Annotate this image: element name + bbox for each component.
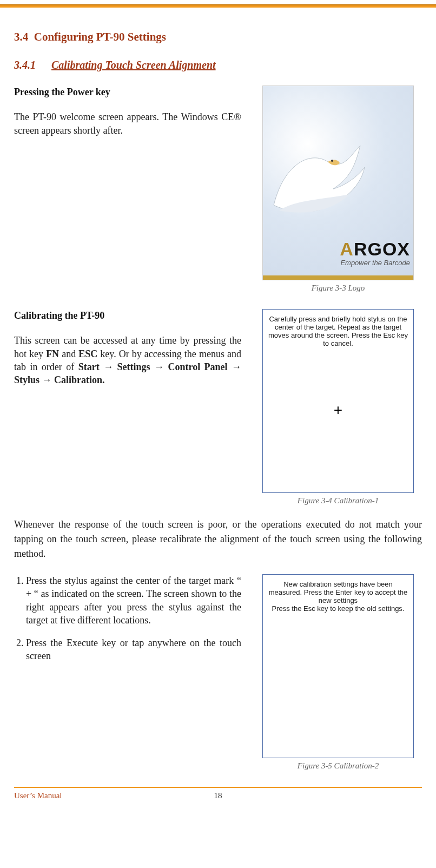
recalibrate-paragraph: Whenever the response of the touch scree… bbox=[14, 517, 422, 561]
arrow-icon: → bbox=[232, 361, 241, 372]
calibration-1-text: Carefully press and briefly hold stylus … bbox=[266, 314, 410, 348]
subsection-title: Calibrating Touch Screen Alignment bbox=[51, 59, 216, 71]
crosshair-icon: + bbox=[334, 402, 342, 419]
power-key-text: The PT-90 welcome screen appears. The Wi… bbox=[14, 110, 241, 137]
subsection-number: 3.4.1 bbox=[14, 59, 49, 71]
figure-calibration-1-caption: Figure 3-4 Calibration-1 bbox=[298, 496, 379, 505]
logo-bottom-bar bbox=[263, 275, 413, 280]
svg-point-0 bbox=[331, 160, 333, 162]
calibrating-heading: Calibrating the PT-90 bbox=[14, 309, 241, 322]
figure-logo-caption: Figure 3-3 Logo bbox=[312, 284, 365, 293]
cal-text-mid1: and bbox=[59, 348, 78, 359]
step-1: Press the stylus against the center of t… bbox=[26, 574, 241, 627]
section-heading: 3.4 Configuring PT-90 Settings bbox=[14, 30, 422, 44]
section-title: Configuring PT-90 Settings bbox=[34, 30, 166, 43]
subsection-heading: 3.4.1 Calibrating Touch Screen Alignment bbox=[14, 59, 422, 71]
section-number: 3.4 bbox=[14, 30, 28, 43]
arrow-icon: → bbox=[103, 361, 113, 372]
path-stylus: Stylus bbox=[14, 374, 39, 385]
calibrating-text: This screen can be accessed at any time … bbox=[14, 334, 241, 386]
block-power-key: Pressing the Power key The PT-90 welcome… bbox=[14, 86, 422, 293]
key-esc: ESC bbox=[78, 348, 97, 359]
eagle-icon bbox=[268, 129, 366, 216]
calibration-2-text: New calibration settings have been measu… bbox=[266, 579, 410, 614]
path-settings: Settings bbox=[117, 361, 150, 372]
power-key-heading: Pressing the Power key bbox=[14, 86, 241, 98]
path-calibration: Calibration. bbox=[54, 374, 105, 385]
block-calibrating: Calibrating the PT-90 This screen can be… bbox=[14, 309, 422, 505]
figure-logo: ARGOX Empower the Barcode bbox=[262, 86, 414, 280]
arrow-icon: → bbox=[154, 361, 164, 372]
logo-tagline: Empower the Barcode bbox=[340, 259, 410, 267]
footer-page-number: 18 bbox=[214, 791, 222, 800]
path-start: Start bbox=[78, 361, 100, 372]
logo-text: ARGOX Empower the Barcode bbox=[340, 239, 410, 267]
figure-calibration-1: Carefully press and briefly hold stylus … bbox=[262, 309, 414, 493]
key-fn: FN bbox=[46, 348, 59, 359]
footer-manual: User’s Manual bbox=[14, 791, 62, 800]
logo-letter-a: A bbox=[340, 239, 354, 259]
block-steps: Press the stylus against the center of t… bbox=[14, 574, 422, 771]
figure-calibration-2: New calibration settings have been measu… bbox=[262, 574, 414, 758]
logo-letters-rest: RGOX bbox=[354, 239, 410, 259]
path-control-panel: Control Panel bbox=[168, 361, 227, 372]
steps-list: Press the stylus against the center of t… bbox=[14, 574, 241, 663]
footer: User’s Manual 18 bbox=[0, 788, 436, 800]
step-2: Press the Execute key or tap anywhere on… bbox=[26, 636, 241, 663]
figure-calibration-2-caption: Figure 3-5 Calibration-2 bbox=[298, 761, 379, 771]
arrow-icon: → bbox=[42, 374, 52, 385]
